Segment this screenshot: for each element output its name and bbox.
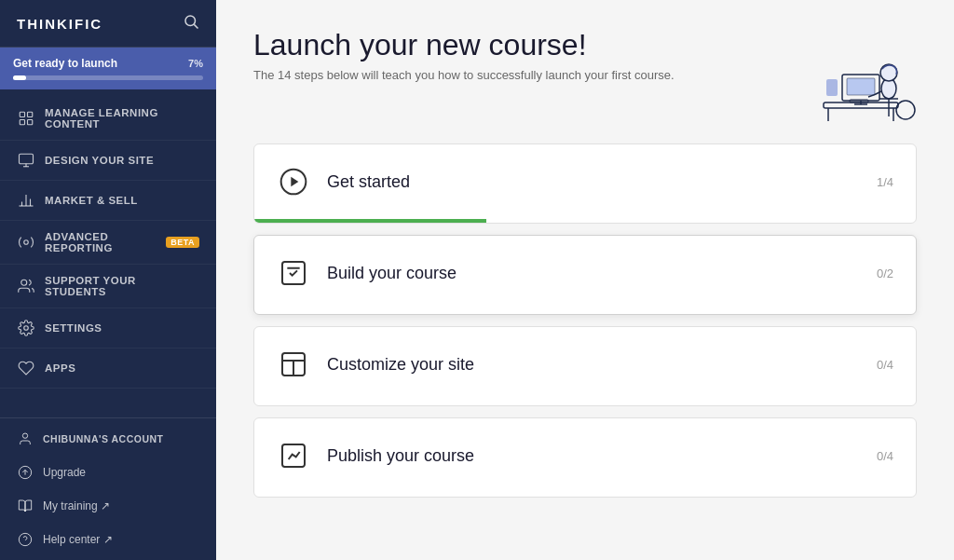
beta-badge: BETA — [166, 237, 199, 248]
sidebar-item-advanced-reporting[interactable]: ADVANCED REPORTING BETA — [0, 221, 216, 265]
account-label: CHIBUNNA'S ACCOUNT — [43, 433, 164, 444]
launch-progress-bg — [13, 75, 203, 80]
sidebar-header: THINKIFIC — [0, 0, 216, 48]
launch-label: Get ready to launch — [13, 57, 117, 70]
training-label: My training ↗ — [43, 499, 110, 512]
launch-progress-fill — [13, 75, 26, 80]
help-center-label: Help center ↗ — [43, 533, 113, 546]
user-circle-icon — [17, 430, 34, 447]
page-subtitle: The 14 steps below will teach you how to… — [253, 68, 675, 82]
sidebar-item-account[interactable]: CHIBUNNA'S ACCOUNT — [0, 422, 216, 456]
apps-icon — [17, 359, 35, 377]
sidebar-item-market-and-sell[interactable]: MARKET & SELL — [0, 181, 216, 221]
svg-point-14 — [21, 280, 27, 285]
sidebar-item-upgrade[interactable]: Upgrade — [0, 456, 216, 489]
chart-line-icon — [277, 439, 310, 472]
svg-point-0 — [185, 16, 196, 26]
card-build-course-count: 0/2 — [877, 266, 893, 280]
svg-point-13 — [24, 240, 29, 245]
sidebar: THINKIFIC Get ready to launch 7% MANAGE … — [0, 0, 216, 560]
monitor-icon — [17, 151, 35, 170]
svg-rect-3 — [28, 112, 33, 116]
card-build-course-label: Build your course — [327, 264, 860, 283]
main-content: Launch your new course! The 14 steps bel… — [216, 0, 954, 560]
build-course-progress — [254, 310, 486, 314]
sidebar-item-support-your-students[interactable]: SUPPORT YOUR STUDENTS — [0, 265, 216, 308]
svg-rect-2 — [20, 112, 24, 116]
search-icon[interactable] — [183, 13, 199, 34]
sidebar-item-training[interactable]: My training ↗ — [0, 489, 216, 523]
main-header: Launch your new course! The 14 steps bel… — [253, 28, 917, 121]
svg-marker-35 — [291, 177, 298, 187]
edit-box-icon — [277, 256, 310, 290]
upgrade-icon — [17, 464, 34, 481]
svg-point-32 — [896, 101, 915, 119]
sidebar-item-label: DESIGN YOUR SITE — [45, 155, 154, 166]
card-publish-course-count: 0/4 — [877, 449, 893, 463]
customize-site-progress — [254, 402, 486, 405]
sidebar-item-label: SUPPORT YOUR STUDENTS — [45, 275, 199, 297]
svg-rect-33 — [826, 79, 838, 96]
svg-point-15 — [24, 326, 29, 331]
sidebar-item-settings[interactable]: SETTINGS — [0, 308, 216, 348]
card-get-started-count: 1/4 — [877, 175, 893, 189]
svg-point-16 — [22, 433, 27, 438]
card-publish-course-label: Publish your course — [327, 446, 860, 466]
bar-chart-icon — [17, 191, 35, 210]
sidebar-item-help-center[interactable]: Help center ↗ — [0, 523, 216, 556]
sidebar-nav: MANAGE LEARNING CONTENT DESIGN YOUR SITE… — [0, 89, 216, 417]
sidebar-item-apps[interactable]: APPS — [0, 348, 216, 389]
svg-point-19 — [19, 533, 31, 545]
card-build-course[interactable]: Build your course 0/2 — [253, 235, 917, 315]
users-icon — [17, 277, 35, 295]
publish-course-progress — [254, 493, 486, 497]
card-publish-course[interactable]: Publish your course 0/4 — [253, 417, 917, 498]
card-customize-site[interactable]: Customize your site 0/4 — [253, 326, 917, 406]
sidebar-item-design-your-site[interactable]: DESIGN YOUR SITE — [0, 141, 216, 181]
svg-rect-25 — [847, 78, 875, 95]
sidebar-item-label: ADVANCED REPORTING — [45, 231, 153, 253]
upgrade-label: Upgrade — [43, 466, 86, 479]
gear-icon — [17, 319, 35, 337]
sidebar-item-label: MARKET & SELL — [45, 195, 138, 206]
card-customize-site-count: 0/4 — [877, 358, 893, 372]
hero-illustration — [768, 28, 917, 121]
sidebar-item-label: SETTINGS — [45, 322, 102, 334]
card-get-started-label: Get started — [327, 172, 860, 192]
card-get-started[interactable]: Get started 1/4 — [253, 143, 917, 224]
svg-rect-5 — [28, 120, 33, 125]
launch-banner[interactable]: Get ready to launch 7% — [0, 48, 216, 89]
question-circle-icon — [17, 531, 34, 548]
main-title-group: Launch your new course! The 14 steps bel… — [253, 28, 675, 82]
sidebar-item-label: APPS — [45, 362, 75, 374]
sidebar-item-manage-learning-content[interactable]: MANAGE LEARNING CONTENT — [0, 97, 216, 141]
sidebar-logo: THINKIFIC — [17, 16, 102, 32]
launch-percent: 7% — [188, 58, 203, 69]
sidebar-bottom: CHIBUNNA'S ACCOUNT Upgrade My training ↗… — [0, 417, 216, 560]
svg-line-1 — [194, 24, 198, 28]
svg-rect-6 — [20, 154, 34, 164]
get-started-progress — [254, 219, 486, 223]
grid-icon — [17, 109, 35, 128]
play-circle-icon — [277, 165, 310, 198]
book-icon — [17, 498, 34, 514]
columns-icon — [277, 348, 310, 381]
sidebar-item-label: MANAGE LEARNING CONTENT — [45, 107, 199, 130]
page-title: Launch your new course! — [253, 28, 675, 62]
reporting-icon — [17, 233, 35, 252]
svg-rect-4 — [20, 120, 24, 125]
card-customize-site-label: Customize your site — [327, 355, 860, 375]
